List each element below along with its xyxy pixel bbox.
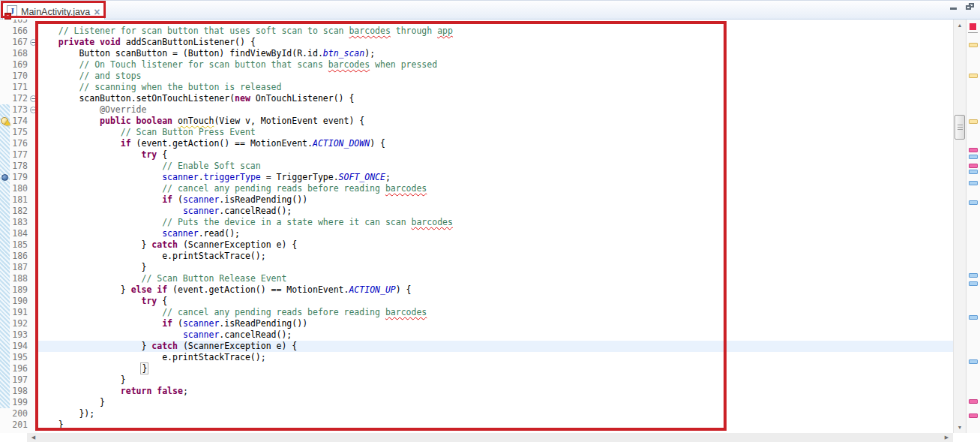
line-number[interactable]: 165 (0, 20, 28, 26)
line-number[interactable]: 181 (0, 194, 28, 206)
code-line-current[interactable]: } catch (ScannerException e) { (37, 341, 953, 352)
code-line[interactable]: // cancel any pending reads before readi… (37, 183, 953, 194)
line-number[interactable]: 190 (0, 296, 28, 307)
code-line[interactable]: // Enable Soft scan (37, 161, 953, 172)
code-line[interactable]: // Listener for scan button that uses so… (37, 26, 953, 37)
overview-marker-warning[interactable] (969, 74, 978, 78)
overview-marker-occurrence-pink[interactable] (969, 399, 978, 404)
line-number[interactable]: 195 (0, 352, 28, 363)
line-number[interactable]: 182 (0, 206, 28, 217)
code-line[interactable]: } (37, 374, 953, 386)
line-number[interactable]: 177 (0, 149, 28, 161)
overview-marker-occurrence-pink[interactable] (969, 413, 978, 418)
scroll-down-icon[interactable]: ▼ (954, 422, 966, 433)
line-number[interactable]: 166 (0, 26, 28, 37)
overview-marker-occurrence-blue[interactable] (969, 359, 978, 364)
line-number[interactable]: 167 (0, 37, 28, 48)
overview-ruler[interactable] (966, 20, 980, 433)
code-line[interactable]: scanner.read(); (37, 228, 953, 239)
line-number[interactable]: 193 (0, 329, 28, 341)
line-number[interactable]: 198 (0, 386, 28, 397)
line-number[interactable]: 197 (0, 374, 28, 386)
horizontal-scrollbar[interactable]: ◀ ▶ (27, 433, 953, 442)
overview-marker-warning[interactable] (969, 43, 978, 47)
overview-marker-occurrence-blue[interactable] (969, 200, 978, 205)
restore-icon[interactable] (966, 3, 976, 11)
fold-collapse-icon[interactable] (30, 95, 37, 102)
code-line[interactable]: @Override (37, 104, 953, 116)
code-line[interactable]: try { (37, 296, 953, 307)
code-line[interactable]: Button scanButton = (Button) findViewByI… (37, 48, 953, 59)
code-line[interactable]: e.printStackTrace(); (37, 251, 953, 262)
code-line[interactable]: private void addScanButtonListener() { (37, 37, 953, 48)
code-line[interactable]: if (event.getAction() == MotionEvent.ACT… (37, 138, 953, 149)
fold-collapse-icon[interactable] (30, 39, 37, 46)
line-number[interactable]: 173 (0, 104, 28, 116)
code-line[interactable]: // Scan Button Release Event (37, 273, 953, 284)
fold-collapse-icon[interactable] (30, 107, 37, 113)
minimize-icon[interactable] (949, 3, 958, 11)
tab-close-icon[interactable]: × (94, 7, 100, 17)
error-status-icon[interactable] (970, 23, 976, 30)
overview-marker-occurrence-blue[interactable] (969, 155, 978, 159)
overview-marker-occurrence-pink[interactable] (969, 148, 978, 152)
overview-marker-warning[interactable] (969, 119, 978, 124)
scroll-up-icon[interactable]: ▲ (954, 20, 966, 31)
code-line[interactable]: if (scanner.isReadPending()) (37, 318, 953, 329)
line-number[interactable]: 191 (0, 307, 28, 318)
line-number[interactable]: 199 (0, 397, 28, 408)
code-line[interactable]: } else if (event.getAction() == MotionEv… (37, 284, 953, 296)
line-number[interactable]: 187 (0, 262, 28, 273)
code-line[interactable]: // scanning when the button is released (37, 82, 953, 93)
code-line[interactable]: // and stops (37, 71, 953, 82)
line-number[interactable]: 184 (0, 228, 28, 239)
line-number[interactable]: 192 (0, 318, 28, 329)
quickfix-warning-icon[interactable] (1, 116, 10, 125)
scroll-left-icon[interactable]: ◀ (28, 433, 38, 442)
code-line[interactable]: } (37, 262, 953, 273)
line-number[interactable]: 194 (0, 341, 28, 352)
overview-marker-occurrence-blue[interactable] (969, 281, 978, 286)
code-line[interactable]: // Puts the device in a state where it c… (37, 217, 953, 228)
code-line[interactable]: }); (37, 408, 953, 419)
code-line[interactable] (37, 20, 953, 26)
code-line[interactable]: public boolean onTouch(View v, MotionEve… (37, 116, 953, 127)
code-line[interactable]: } (37, 363, 953, 374)
overview-marker-occurrence-blue[interactable] (969, 170, 978, 174)
line-number[interactable]: 200 (0, 408, 28, 419)
line-number[interactable]: 201 (0, 419, 28, 431)
code-line[interactable]: // On Touch listener for scan button tha… (37, 59, 953, 71)
breakpoint-icon[interactable] (1, 174, 8, 181)
line-number[interactable]: 176 (0, 138, 28, 149)
code-line[interactable]: if (scanner.isReadPending()) (37, 194, 953, 206)
line-number[interactable]: 175 (0, 127, 28, 138)
scroll-right-icon[interactable]: ▶ (942, 433, 952, 442)
vertical-scrollbar[interactable]: ▲ ▼ (953, 20, 966, 433)
overview-marker-occurrence-blue[interactable] (969, 315, 978, 320)
overview-marker-occurrence-blue[interactable] (969, 273, 978, 278)
code-line[interactable]: } catch (ScannerException e) { (37, 239, 953, 251)
code-line[interactable]: scanButton.setOnTouchListener(new OnTouc… (37, 93, 953, 104)
line-number[interactable]: 168 (0, 48, 28, 59)
line-number[interactable]: 196 (0, 363, 28, 374)
line-number[interactable]: 189 (0, 284, 28, 296)
code-line[interactable]: scanner.triggerType = TriggerType.SOFT_O… (37, 172, 953, 183)
line-number[interactable]: 172 (0, 93, 28, 104)
line-number[interactable]: 170 (0, 71, 28, 82)
code-line[interactable]: scanner.cancelRead(); (37, 329, 953, 341)
code-editor[interactable]: // Listener for scan button that uses so… (0, 20, 953, 433)
code-line[interactable]: try { (37, 149, 953, 161)
code-line[interactable]: return false; (37, 386, 953, 397)
line-number[interactable]: 169 (0, 59, 28, 71)
code-line[interactable]: scanner.cancelRead(); (37, 206, 953, 217)
code-line[interactable]: // Scan Button Press Event (37, 127, 953, 138)
line-number[interactable]: 183 (0, 217, 28, 228)
vertical-scrollbar-thumb[interactable] (955, 115, 965, 140)
code-line[interactable]: e.printStackTrace(); (37, 352, 953, 363)
line-number[interactable]: 171 (0, 82, 28, 93)
overview-marker-occurrence-pink[interactable] (969, 164, 978, 168)
code-line[interactable]: } (37, 419, 953, 431)
line-number[interactable]: 185 (0, 239, 28, 251)
code-line[interactable]: // cancel any pending reads before readi… (37, 307, 953, 318)
line-number[interactable]: 180 (0, 183, 28, 194)
